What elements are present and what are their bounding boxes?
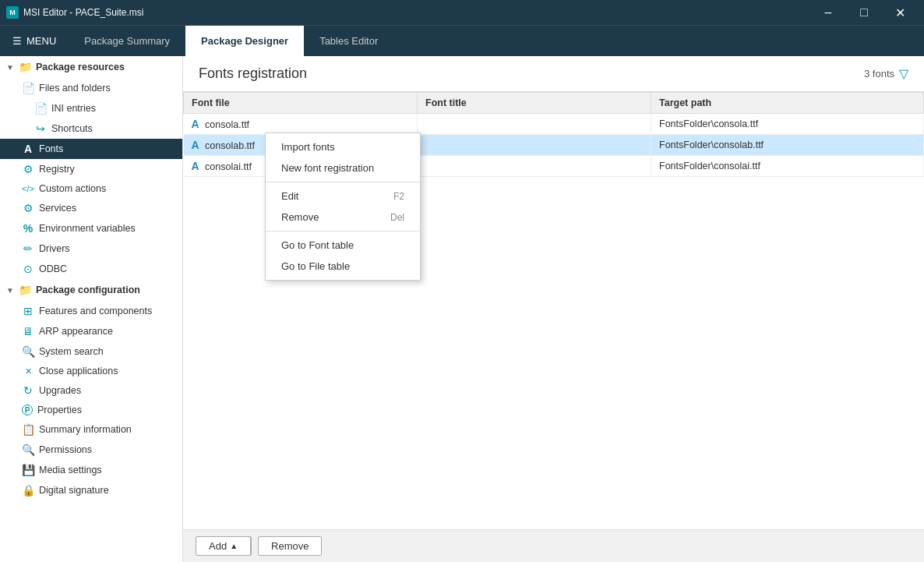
features-icon: ⊞: [22, 305, 34, 317]
ctx-separator-2: [266, 231, 420, 232]
menu-button[interactable]: ☰ MENU: [0, 26, 69, 57]
table-row[interactable]: A consola.ttf FontsFolder\consola.ttf: [184, 114, 924, 135]
sidebar-item-summary-information[interactable]: 📋 Summary information: [0, 419, 182, 440]
signature-icon: 🔒: [22, 484, 34, 497]
minimize-button[interactable]: –: [810, 0, 846, 25]
context-menu: Import fonts New font registration Edit …: [265, 133, 421, 281]
sidebar-group-package-resources: ▼ 📁 Package resources 📄 Files and folder…: [0, 56, 182, 279]
col-font-file: Font file: [184, 93, 418, 114]
sidebar-item-services[interactable]: ⚙ Services: [0, 198, 182, 218]
ini-icon: 📄: [34, 102, 47, 115]
page-title: Fonts registration: [199, 65, 307, 82]
menu-bar: ☰ MENU Package Summary Package Designer …: [0, 25, 924, 56]
odbc-icon: ⊙: [22, 263, 34, 275]
col-target-path: Target path: [651, 93, 924, 114]
folder-icon: 📁: [19, 284, 31, 296]
ctx-new-font-registration[interactable]: New font registration: [266, 157, 420, 178]
sidebar-item-upgrades[interactable]: ↻ Upgrades: [0, 380, 182, 401]
col-font-title: Font title: [418, 93, 651, 114]
remove-button[interactable]: Remove: [258, 536, 322, 556]
sidebar-item-ini-entries[interactable]: 📄 INI entries: [0, 98, 182, 118]
shortcut-icon: ↪: [34, 122, 47, 135]
target-path-cell: FontsFolder\consolai.ttf: [651, 156, 924, 177]
window-controls: – □ ✕: [810, 0, 918, 25]
sidebar-item-media-settings[interactable]: 💾 Media settings: [0, 460, 182, 480]
bottom-bar: Add ▲ Remove: [183, 529, 924, 562]
upgrades-icon: ↻: [22, 384, 34, 397]
sidebar-group-header-package-configuration[interactable]: ▼ 📁 Package configuration: [0, 279, 182, 301]
window-title: MSI Editor - PACE_Suite.msi: [23, 7, 144, 18]
sidebar-item-files-and-folders[interactable]: 📄 Files and folders: [0, 78, 182, 98]
tab-package-designer[interactable]: Package Designer: [185, 26, 304, 57]
properties-icon: P: [22, 405, 33, 415]
registry-icon: ⚙: [22, 163, 34, 175]
sidebar-item-properties[interactable]: P Properties: [0, 401, 182, 419]
chevron-icon: ▼: [6, 286, 14, 295]
content-header: Fonts registration 3 fonts ▽: [183, 56, 924, 92]
ctx-import-fonts[interactable]: Import fonts: [266, 136, 420, 157]
tab-tables-editor[interactable]: Tables Editor: [304, 26, 393, 57]
font-title-cell: [418, 114, 651, 135]
env-icon: %: [22, 222, 34, 235]
sidebar-group-package-configuration: ▼ 📁 Package configuration ⊞ Features and…: [0, 279, 182, 500]
ctx-go-to-font-table[interactable]: Go to Font table: [266, 235, 420, 256]
font-file-cell: A consola.ttf: [184, 114, 418, 135]
target-path-cell: FontsFolder\consola.ttf: [651, 114, 924, 135]
font-letter-icon: A: [192, 139, 199, 151]
file-icon: 📄: [22, 82, 34, 94]
font-title-cell: [418, 135, 651, 156]
hamburger-icon: ☰: [12, 35, 22, 47]
sidebar-item-permissions[interactable]: 🔍 Permissions: [0, 440, 182, 460]
dropdown-arrow-icon: ▲: [230, 542, 238, 550]
maximize-button[interactable]: □: [846, 0, 882, 25]
title-bar: M MSI Editor - PACE_Suite.msi – □ ✕: [0, 0, 924, 25]
sidebar-item-close-applications[interactable]: ✕ Close applications: [0, 362, 182, 380]
filter-icon[interactable]: ▽: [899, 66, 908, 81]
ctx-edit[interactable]: Edit F2: [266, 186, 420, 207]
sidebar-item-drivers[interactable]: ✏ Drivers: [0, 239, 182, 259]
custom-actions-icon: </>: [22, 184, 34, 193]
ctx-go-to-file-table[interactable]: Go to File table: [266, 256, 420, 277]
font-icon: A: [22, 143, 34, 155]
summary-icon: 📋: [22, 423, 34, 436]
ctx-separator-1: [266, 182, 420, 182]
arp-icon: 🖥: [22, 325, 34, 338]
add-button[interactable]: Add ▲: [196, 537, 251, 555]
sidebar-item-environment-variables[interactable]: % Environment variables: [0, 218, 182, 239]
sidebar-item-custom-actions[interactable]: </> Custom actions: [0, 179, 182, 198]
tab-package-summary[interactable]: Package Summary: [69, 26, 185, 57]
sidebar-item-fonts[interactable]: A Fonts: [0, 139, 182, 159]
sidebar-item-digital-signature[interactable]: 🔒 Digital signature: [0, 480, 182, 500]
close-button[interactable]: ✕: [882, 0, 918, 25]
search-icon: 🔍: [22, 345, 34, 358]
font-letter-icon: A: [192, 160, 199, 172]
drivers-icon: ✏: [22, 242, 34, 255]
media-icon: 💾: [22, 464, 34, 476]
sidebar-group-header-package-resources[interactable]: ▼ 📁 Package resources: [0, 56, 182, 78]
sidebar-item-arp-appearance[interactable]: 🖥 ARP appearance: [0, 321, 182, 341]
font-count: 3 fonts ▽: [864, 66, 908, 81]
sidebar-item-shortcuts[interactable]: ↪ Shortcuts: [0, 118, 182, 139]
chevron-icon: ▼: [6, 63, 14, 72]
ctx-remove[interactable]: Remove Del: [266, 207, 420, 228]
sidebar-item-system-search[interactable]: 🔍 System search: [0, 341, 182, 362]
font-letter-icon: A: [192, 118, 199, 130]
target-path-cell: FontsFolder\consolab.ttf: [651, 135, 924, 156]
sidebar-item-odbc[interactable]: ⊙ ODBC: [0, 259, 182, 279]
sidebar-item-registry[interactable]: ⚙ Registry: [0, 159, 182, 179]
app-icon: M: [6, 6, 19, 19]
permissions-icon: 🔍: [22, 444, 34, 456]
font-title-cell: [418, 156, 651, 177]
folder-icon: 📁: [19, 61, 31, 73]
services-icon: ⚙: [22, 202, 34, 214]
main-layout: ▼ 📁 Package resources 📄 Files and folder…: [0, 56, 924, 562]
close-apps-icon: ✕: [22, 366, 34, 376]
sidebar-item-features-and-components[interactable]: ⊞ Features and components: [0, 301, 182, 321]
sidebar: ▼ 📁 Package resources 📄 Files and folder…: [0, 56, 183, 562]
